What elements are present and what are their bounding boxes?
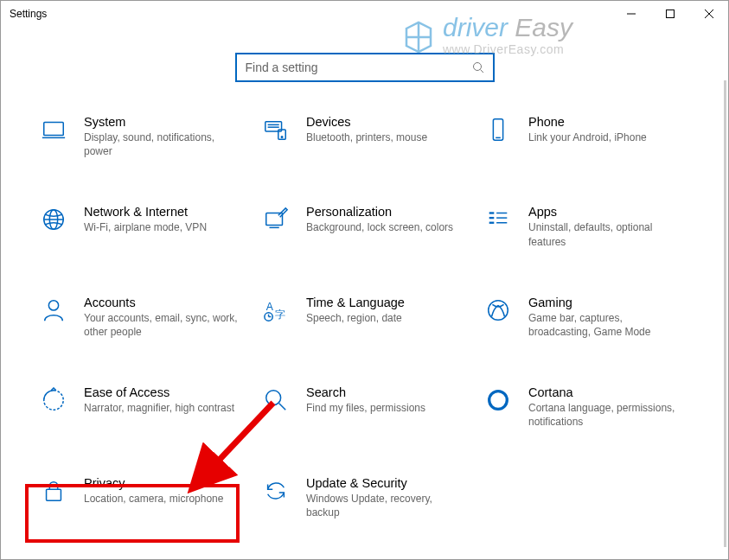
tile-desc: Your accounts, email, sync, work, other … [84,311,239,339]
tile-cortana[interactable]: CortanaCortana language, permissions, no… [480,379,694,436]
tile-desc: Link your Android, iPhone [528,130,683,144]
tile-desc: Speech, region, date [306,311,461,325]
tile-title: Gaming [528,296,683,309]
titlebar: Settings [1,1,728,27]
minimize-button[interactable] [611,1,650,27]
search-icon [472,61,484,73]
cortana-icon [483,385,513,415]
tile-privacy[interactable]: PrivacyLocation, camera, microphone [35,469,249,526]
close-button[interactable] [689,1,728,27]
tile-title: Personalization [306,205,461,219]
tile-desc: Display, sound, notifications, power [84,130,239,158]
svg-line-7 [480,70,483,73]
svg-point-14 [281,137,283,138]
svg-point-28 [48,301,58,310]
tile-system[interactable]: SystemDisplay, sound, notifications, pow… [35,108,249,165]
tile-title: System [84,115,239,129]
svg-point-34 [489,301,508,321]
tile-desc: Windows Update, recovery, backup [306,492,461,519]
svg-rect-1 [666,10,674,18]
tile-desc: Game bar, captures, broadcasting, Game M… [528,311,683,339]
search-box[interactable] [235,53,495,82]
tile-gaming[interactable]: GamingGame bar, captures, broadcasting, … [480,289,694,346]
svg-rect-15 [493,119,502,140]
tile-search[interactable]: SearchFind my files, permissions [258,379,471,436]
svg-text:A: A [266,301,274,313]
devices-icon [261,115,291,144]
scrollbar[interactable] [724,80,726,547]
svg-rect-38 [47,489,61,500]
minimize-icon [627,10,636,18]
tile-network[interactable]: Network & InternetWi-Fi, airplane mode, … [35,198,249,255]
globe-icon [39,205,68,234]
ease-icon [39,385,68,415]
tile-title: Search [306,385,461,399]
svg-point-35 [266,391,281,405]
tile-title: Network & Internet [84,205,239,219]
tile-update-security[interactable]: Update & SecurityWindows Update, recover… [258,469,471,526]
person-icon [39,296,68,325]
tile-title: Devices [306,115,461,129]
tile-time-language[interactable]: A字 Time & LanguageSpeech, region, date [258,289,471,346]
time-language-icon: A字 [261,296,291,325]
svg-rect-20 [266,213,283,226]
window-controls [611,1,728,27]
svg-point-6 [473,63,481,71]
tile-title: Cortana [528,385,683,399]
lock-icon [39,476,68,506]
tile-title: Update & Security [306,476,461,490]
search-input[interactable] [246,60,472,74]
tile-title: Ease of Access [84,385,239,399]
svg-text:字: 字 [275,309,285,321]
tile-desc: Narrator, magnifier, high contrast [84,401,239,415]
paint-icon [261,205,291,234]
tile-desc: Location, camera, microphone [84,492,239,506]
tile-desc: Wi-Fi, airplane mode, VPN [84,220,239,234]
phone-icon [483,115,513,144]
sync-icon [261,476,291,506]
settings-grid: SystemDisplay, sound, notifications, pow… [1,82,728,544]
maximize-icon [666,10,675,18]
tile-devices[interactable]: DevicesBluetooth, printers, mouse [258,108,471,165]
system-icon [39,115,68,144]
svg-line-36 [279,404,286,410]
apps-icon [483,205,513,234]
tile-desc: Cortana language, permissions, notificat… [528,401,683,429]
tile-ease-of-access[interactable]: Ease of AccessNarrator, magnifier, high … [35,379,249,436]
xbox-icon [483,296,513,325]
tile-desc: Bluetooth, printers, mouse [306,130,461,144]
tile-title: Time & Language [306,296,461,309]
tile-title: Apps [528,205,683,219]
close-icon [705,10,713,18]
tile-phone[interactable]: PhoneLink your Android, iPhone [480,108,694,165]
svg-rect-8 [44,123,64,136]
magnifier-icon [261,385,291,415]
tile-title: Privacy [84,476,239,490]
tile-title: Accounts [84,296,239,309]
svg-point-37 [489,391,508,410]
tile-apps[interactable]: AppsUninstall, defaults, optional featur… [480,198,694,255]
tile-desc: Uninstall, defaults, optional features [528,220,683,248]
tile-personalization[interactable]: PersonalizationBackground, lock screen, … [258,198,471,255]
tile-accounts[interactable]: AccountsYour accounts, email, sync, work… [35,289,249,346]
tile-desc: Find my files, permissions [306,401,461,415]
window-title: Settings [10,8,611,20]
tile-title: Phone [528,115,683,129]
search-container [1,53,728,82]
maximize-button[interactable] [650,1,689,27]
tile-desc: Background, lock screen, colors [306,220,461,234]
